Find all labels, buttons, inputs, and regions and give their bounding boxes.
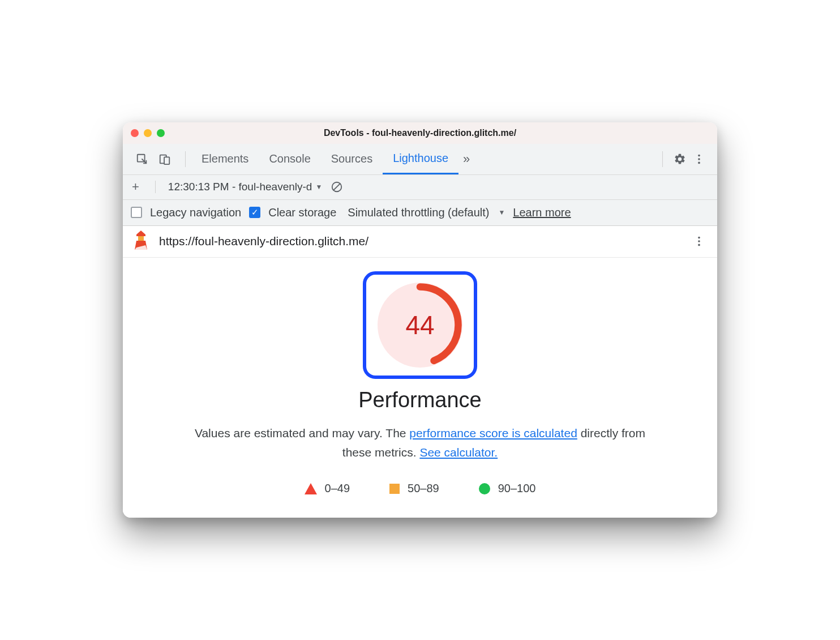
lighthouse-options: Legacy navigation ✓ Clear storage Simula…: [123, 200, 717, 226]
report-description: Values are estimated and may vary. The p…: [188, 424, 652, 462]
settings-icon[interactable]: [672, 151, 688, 167]
lighthouse-icon: [133, 231, 150, 253]
chevron-down-icon: ▼: [498, 208, 505, 216]
clear-report-icon[interactable]: [329, 179, 345, 195]
svg-line-7: [333, 184, 341, 191]
window-title: DevTools - foul-heavenly-direction.glitc…: [123, 128, 717, 138]
lighthouse-toolbar: + 12:30:13 PM - foul-heavenly-d ▼: [123, 175, 717, 200]
tab-console[interactable]: Console: [259, 144, 320, 174]
legacy-navigation-label: Legacy navigation: [150, 206, 241, 219]
window-controls: [131, 129, 165, 137]
chevron-down-icon: ▼: [315, 183, 322, 191]
svg-point-15: [382, 287, 458, 363]
clear-storage-label: Clear storage: [268, 206, 336, 219]
legend-good-label: 90–100: [498, 482, 536, 495]
svg-point-14: [698, 244, 700, 246]
report-url: https://foul-heavenly-direction.glitch.m…: [159, 234, 368, 248]
svg-marker-8: [136, 231, 145, 236]
score-calculated-link[interactable]: performance score is calculated: [409, 426, 577, 440]
legend-avg-label: 50–89: [408, 482, 439, 495]
report-url-bar: https://foul-heavenly-direction.glitch.m…: [123, 226, 717, 258]
square-icon: [389, 484, 400, 494]
desc-text: Values are estimated and may vary. The: [195, 426, 409, 440]
legend-good: 90–100: [479, 482, 536, 495]
lighthouse-report: 44 Performance Values are estimated and …: [123, 258, 717, 518]
learn-more-link[interactable]: Learn more: [513, 206, 571, 219]
separator: [185, 151, 186, 167]
triangle-icon: [305, 483, 317, 494]
legend-average: 50–89: [389, 482, 439, 495]
throttling-label: Simulated throttling (default): [348, 206, 489, 219]
svg-rect-9: [138, 236, 144, 241]
performance-score: 44: [378, 283, 462, 368]
close-window-button[interactable]: [131, 129, 139, 137]
clear-storage-checkbox[interactable]: ✓: [249, 207, 260, 218]
inspect-element-icon[interactable]: [134, 151, 150, 167]
svg-point-3: [698, 155, 700, 157]
svg-point-4: [698, 158, 700, 160]
separator: [662, 151, 663, 167]
legend-poor: 0–49: [305, 482, 350, 495]
performance-gauge[interactable]: 44: [378, 283, 462, 368]
report-selector-label: 12:30:13 PM - foul-heavenly-d: [168, 181, 312, 193]
legacy-navigation-checkbox[interactable]: [131, 207, 142, 218]
more-tabs-icon[interactable]: »: [458, 151, 474, 167]
circle-icon: [479, 483, 490, 494]
fullscreen-window-button[interactable]: [157, 129, 165, 137]
svg-rect-2: [164, 157, 169, 164]
score-legend: 0–49 50–89 90–100: [134, 482, 706, 495]
tab-lighthouse[interactable]: Lighthouse: [383, 144, 458, 174]
score-gauge-highlight: 44: [363, 271, 477, 379]
titlebar: DevTools - foul-heavenly-direction.glitc…: [123, 122, 717, 144]
legend-poor-label: 0–49: [325, 482, 350, 495]
devtools-tabs: Elements Console Sources Lighthouse »: [123, 144, 717, 175]
svg-point-12: [698, 237, 700, 239]
svg-point-13: [698, 241, 700, 243]
svg-point-5: [698, 161, 700, 164]
report-menu-icon[interactable]: [691, 233, 707, 249]
category-title: Performance: [134, 388, 706, 412]
devtools-window: DevTools - foul-heavenly-direction.glitc…: [123, 122, 717, 518]
throttling-selector[interactable]: Simulated throttling (default) ▼: [348, 206, 505, 219]
kebab-menu-icon[interactable]: [691, 151, 707, 167]
device-toolbar-icon[interactable]: [157, 151, 173, 167]
report-selector[interactable]: 12:30:13 PM - foul-heavenly-d ▼: [168, 181, 322, 193]
tab-elements[interactable]: Elements: [191, 144, 259, 174]
separator: [155, 181, 156, 193]
minimize-window-button[interactable]: [144, 129, 152, 137]
see-calculator-link[interactable]: See calculator.: [419, 446, 498, 459]
new-report-button[interactable]: +: [128, 180, 143, 194]
tab-sources[interactable]: Sources: [321, 144, 383, 174]
